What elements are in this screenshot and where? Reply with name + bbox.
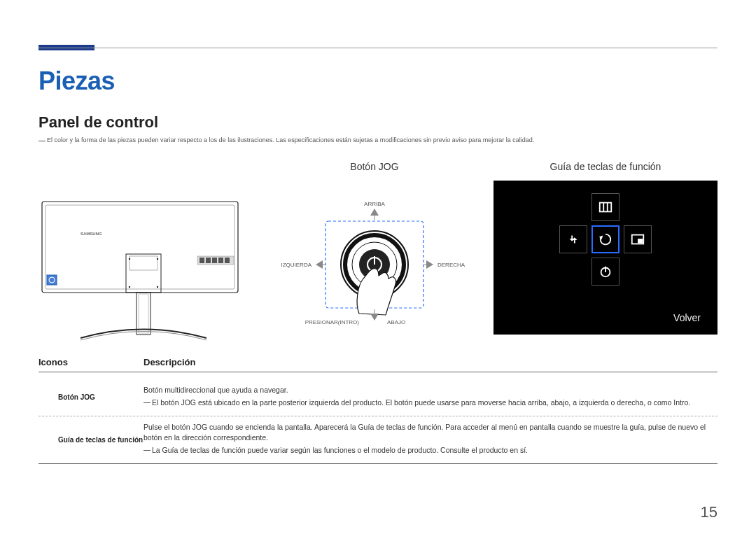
empty-label — [38, 161, 241, 174]
svg-rect-13 — [212, 258, 217, 263]
svg-marker-36 — [599, 236, 603, 240]
svg-rect-11 — [200, 258, 204, 263]
monitor-illustration: SAMSUNG — [38, 161, 241, 344]
svg-rect-16 — [47, 275, 57, 285]
jog-label-up: ARRIBA — [364, 201, 385, 207]
row-desc-boton-jog: Botón multidireccional que ayuda a naveg… — [144, 385, 718, 410]
guide-title-label: Guía de teclas de función — [493, 161, 718, 174]
row1-note: La Guía de teclas de función puede varia… — [152, 446, 528, 454]
svg-marker-25 — [370, 209, 379, 216]
guide-volver-label: Volver — [673, 312, 701, 323]
row-desc-guia: Pulse el botón JOG cuando se encienda la… — [144, 422, 718, 458]
jog-illustration: Botón JOG — [276, 161, 472, 344]
jog-title-label: Botón JOG — [276, 161, 472, 174]
guide-button-left-source-icon — [559, 225, 587, 253]
guide-button-right-pip-icon — [624, 225, 652, 253]
row0-note: El botón JOG está ubicado en la parte po… — [152, 398, 690, 407]
svg-point-7 — [157, 258, 158, 260]
row-name-boton-jog: Botón JOG — [38, 385, 144, 410]
top-rule — [38, 48, 718, 48]
guide-panel: Volver — [493, 181, 718, 335]
svg-marker-31 — [426, 260, 433, 269]
guide-grid — [506, 193, 705, 298]
monitor-back-svg: SAMSUNG — [38, 181, 241, 342]
manual-page: Piezas Panel de control El color y la fo… — [0, 0, 756, 534]
svg-rect-38 — [638, 239, 643, 243]
svg-point-9 — [157, 286, 158, 288]
svg-marker-27 — [370, 314, 379, 321]
description-table: Iconos Descripción Botón JOG Botón multi… — [38, 357, 718, 464]
svg-rect-15 — [225, 258, 230, 263]
sub-title: Panel de control — [38, 113, 158, 132]
spec-note: El color y la forma de las piezas pueden… — [38, 136, 534, 143]
svg-rect-4 — [126, 254, 161, 293]
guide-button-center-return-icon — [592, 225, 620, 253]
table-header: Iconos Descripción — [38, 357, 718, 372]
guide-button-down-power-icon — [592, 258, 620, 286]
svg-rect-5 — [130, 256, 158, 270]
svg-point-6 — [129, 258, 130, 260]
row1-line1: Pulse el botón JOG cuando se encienda la… — [144, 422, 718, 444]
jog-label-left: IZQUIERDA — [281, 262, 312, 268]
brand-label: SAMSUNG — [80, 232, 102, 236]
table-row: Guía de teclas de función Pulse el botón… — [38, 416, 718, 464]
svg-point-8 — [129, 286, 130, 288]
svg-rect-1 — [46, 205, 234, 289]
jog-label-down: ABAJO — [387, 319, 405, 325]
svg-rect-33 — [600, 203, 612, 212]
guide-button-up-menu-icon — [592, 193, 620, 221]
svg-marker-29 — [316, 260, 323, 269]
section-title: Piezas — [38, 66, 115, 96]
row0-line1: Botón multidireccional que ayuda a naveg… — [144, 385, 718, 396]
header-iconos: Iconos — [38, 357, 144, 367]
svg-rect-14 — [218, 258, 223, 263]
guide-illustration: Guía de teclas de función — [493, 161, 718, 335]
svg-rect-0 — [42, 202, 238, 293]
page-number: 15 — [701, 503, 718, 521]
spec-note-text: El color y la forma de las piezas pueden… — [47, 136, 534, 143]
svg-rect-12 — [206, 258, 211, 263]
jog-svg: ARRIBA IZQUIERDA DERECHA ABAJO PRESIONAR… — [276, 181, 472, 342]
header-desc: Descripción — [144, 357, 195, 367]
illustration-row: SAMSUNG — [38, 161, 718, 343]
table-row: Botón JOG Botón multidireccional que ayu… — [38, 379, 718, 416]
row-name-guia: Guía de teclas de función — [38, 422, 144, 458]
svg-rect-3 — [139, 294, 148, 333]
jog-label-right: DERECHA — [438, 262, 465, 268]
jog-label-press: PRESIONAR(INTRO) — [305, 319, 360, 325]
